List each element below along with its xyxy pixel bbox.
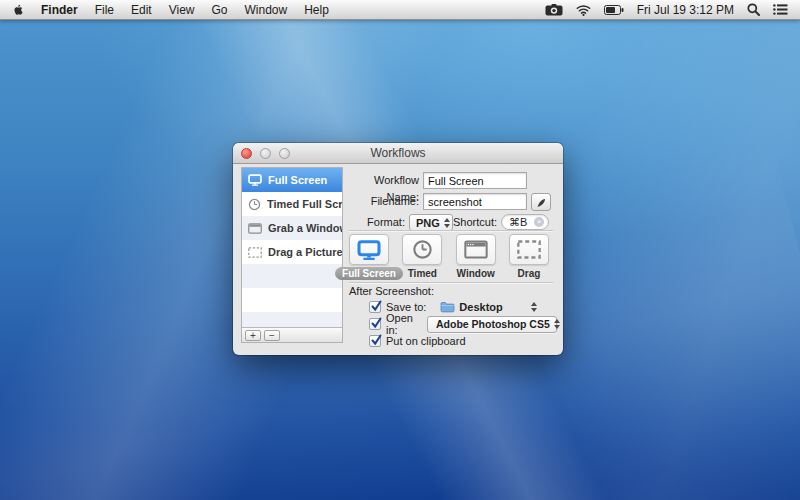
empty-list-row xyxy=(242,312,342,327)
workflow-item-label: Full Screen xyxy=(268,174,327,186)
minimize-button[interactable] xyxy=(260,148,271,159)
open-in-checkbox[interactable] xyxy=(369,318,381,330)
menu-view[interactable]: View xyxy=(169,0,195,20)
filename-label: Filename: xyxy=(347,193,419,210)
capture-mode-buttons xyxy=(349,234,549,265)
workflow-item-full-screen[interactable]: Full Screen xyxy=(242,168,342,192)
workflow-item-grab-a-window[interactable]: Grab a Window xyxy=(242,216,342,240)
menu-edit[interactable]: Edit xyxy=(131,0,152,20)
menu-window[interactable]: Window xyxy=(245,0,288,20)
clock-icon xyxy=(248,198,261,211)
dashed-selection-icon xyxy=(248,247,262,258)
popup-stepper-icon xyxy=(550,319,564,329)
mode-full-screen-button[interactable] xyxy=(349,234,389,265)
after-screenshot-title: After Screenshot: xyxy=(349,285,434,297)
mode-drag-label: Drag xyxy=(518,268,541,279)
workflow-item-timed-full-screen[interactable]: Timed Full Screen xyxy=(242,192,342,216)
add-workflow-button[interactable]: + xyxy=(245,330,261,341)
checkmark-icon xyxy=(370,317,383,330)
format-label: Format: xyxy=(333,214,405,231)
mode-full-screen-label: Full Screen xyxy=(335,267,403,280)
empty-list-row xyxy=(242,288,342,312)
mode-drag-button[interactable] xyxy=(509,234,549,265)
mode-window-button[interactable] xyxy=(456,234,496,265)
checkmark-icon xyxy=(370,300,383,313)
remove-workflow-button[interactable]: − xyxy=(264,330,280,341)
wifi-icon[interactable] xyxy=(576,4,591,16)
menubar-clock[interactable]: Fri Jul 19 3:12 PM xyxy=(637,3,734,17)
window-title: Workflows xyxy=(370,146,425,160)
workflow-name-field[interactable] xyxy=(423,172,527,189)
clipboard-checkbox[interactable] xyxy=(369,335,381,347)
mode-window-label: Window xyxy=(457,268,495,279)
display-icon xyxy=(357,240,381,260)
clipboard-row: Put on clipboard xyxy=(369,333,466,349)
workflows-window: Workflows Full Screen xyxy=(233,143,563,355)
mode-timed-button[interactable] xyxy=(402,234,442,265)
window-icon xyxy=(248,223,262,234)
workflow-item-label: Drag a Picture xyxy=(268,246,342,258)
checkmark-icon xyxy=(370,334,383,347)
folder-icon xyxy=(440,301,455,313)
filename-token-button[interactable] xyxy=(531,193,551,211)
empty-list-row xyxy=(242,264,342,288)
open-in-value: Adobe Photoshop CS5 xyxy=(436,318,550,330)
clear-shortcut-icon[interactable]: × xyxy=(534,217,544,227)
open-in-popup[interactable]: Adobe Photoshop CS5 xyxy=(427,316,557,333)
shortcut-field[interactable]: ⌘B × xyxy=(501,214,549,230)
workflow-item-drag-a-picture[interactable]: Drag a Picture xyxy=(242,240,342,264)
zoom-button[interactable] xyxy=(279,148,290,159)
menu-help[interactable]: Help xyxy=(304,0,329,20)
display-icon xyxy=(248,174,262,186)
filename-field[interactable] xyxy=(423,193,527,210)
window-content: Full Screen Timed Full Screen Grab a Win… xyxy=(233,164,563,355)
workflow-list: Full Screen Timed Full Screen Grab a Win… xyxy=(241,167,343,343)
menu-go[interactable]: Go xyxy=(212,0,228,20)
spotlight-icon[interactable] xyxy=(747,3,760,16)
list-toolbar: + − xyxy=(242,327,342,342)
format-value: PNG xyxy=(416,217,440,229)
clock-icon xyxy=(412,239,433,260)
separator xyxy=(349,230,553,231)
close-button[interactable] xyxy=(241,148,252,159)
window-icon xyxy=(464,240,488,259)
shortcut-label: Shortcut: xyxy=(441,214,497,231)
workflow-item-label: Timed Full Screen xyxy=(267,198,342,210)
popup-stepper-icon[interactable] xyxy=(527,302,541,312)
separator xyxy=(349,282,553,283)
menu-bar: Finder File Edit View Go Window Help Fri… xyxy=(0,0,800,20)
capture-mode-labels: Full Screen Timed Window Drag xyxy=(349,268,549,282)
save-to-value[interactable]: Desktop xyxy=(459,301,502,313)
clipboard-label: Put on clipboard xyxy=(386,335,466,347)
workflow-item-label: Grab a Window xyxy=(268,222,342,234)
pen-icon xyxy=(536,197,547,208)
dashed-selection-icon xyxy=(517,240,541,259)
camera-status-icon[interactable] xyxy=(545,4,563,16)
menu-finder[interactable]: Finder xyxy=(41,0,78,20)
workflow-detail-panel: Workflow Name: Filename: Format: PNG Sho… xyxy=(347,164,557,355)
title-bar[interactable]: Workflows xyxy=(233,143,563,164)
open-in-row: Open in: Adobe Photoshop CS5 xyxy=(369,316,557,332)
battery-icon[interactable] xyxy=(604,5,624,15)
apple-menu[interactable] xyxy=(12,2,25,17)
menu-file[interactable]: File xyxy=(95,0,114,20)
save-to-checkbox[interactable] xyxy=(369,301,381,313)
mode-timed-label: Timed xyxy=(408,268,437,279)
notification-center-icon[interactable] xyxy=(773,4,788,15)
shortcut-value: ⌘B xyxy=(509,216,527,229)
apple-icon xyxy=(12,2,25,17)
